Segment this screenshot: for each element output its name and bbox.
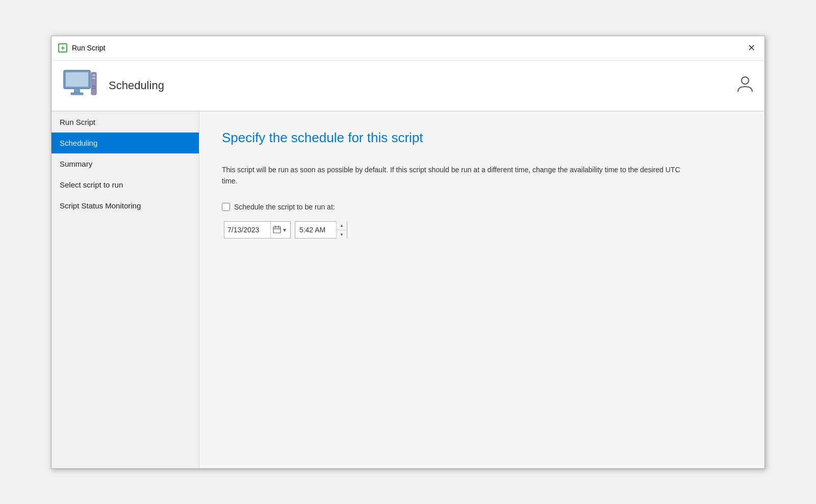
run-script-icon: + <box>58 43 68 53</box>
svg-rect-3 <box>71 93 83 95</box>
dropdown-arrow-icon: ▼ <box>282 227 287 233</box>
header-area: Scheduling <box>52 61 764 112</box>
svg-point-9 <box>742 77 749 84</box>
sidebar-item-script-status[interactable]: Script Status Monitoring <box>52 195 199 216</box>
computer-icon <box>62 67 98 104</box>
window-title: Run Script <box>72 44 105 52</box>
svg-rect-10 <box>273 227 280 233</box>
sidebar-item-run-script[interactable]: Run Script <box>52 112 199 132</box>
sidebar-item-select-script[interactable]: Select script to run <box>52 174 199 195</box>
main-content: Specify the schedule for this script Thi… <box>199 112 764 468</box>
sidebar-item-summary[interactable]: Summary <box>52 153 199 174</box>
svg-rect-8 <box>92 88 95 89</box>
header-title: Scheduling <box>109 79 164 92</box>
schedule-row: Schedule the script to be run at: <box>222 203 742 211</box>
time-value: 5:42 AM <box>299 226 334 234</box>
schedule-checkbox[interactable] <box>222 203 230 211</box>
date-time-row: 7/13/2023 ▼ <box>224 221 742 238</box>
title-bar: + Run Script ✕ <box>52 36 764 61</box>
content-area: Run Script Scheduling Summary Select scr… <box>52 112 764 468</box>
schedule-checkbox-label[interactable]: Schedule the script to be run at: <box>234 203 335 211</box>
svg-rect-2 <box>74 89 80 93</box>
time-spinner: ▲ ▼ <box>336 221 347 238</box>
description-text: This script will be run as soon as possi… <box>222 164 681 187</box>
sidebar: Run Script Scheduling Summary Select scr… <box>52 112 199 468</box>
title-bar-left: + Run Script <box>58 43 105 53</box>
time-decrement-button[interactable]: ▼ <box>337 230 347 239</box>
page-title: Specify the schedule for this script <box>222 130 742 146</box>
svg-rect-5 <box>92 74 95 76</box>
svg-rect-1 <box>66 72 88 87</box>
calendar-button[interactable]: ▼ <box>270 222 287 238</box>
person-icon <box>736 74 754 93</box>
window: + Run Script ✕ <box>51 36 765 469</box>
time-increment-button[interactable]: ▲ <box>337 221 347 230</box>
time-input-wrapper: 5:42 AM ▲ ▼ <box>295 221 347 238</box>
sidebar-item-scheduling[interactable]: Scheduling <box>52 132 199 153</box>
user-icon <box>736 74 754 96</box>
header-left: Scheduling <box>62 67 164 104</box>
svg-rect-7 <box>92 86 95 87</box>
plus-icon: + <box>61 44 65 51</box>
close-button[interactable]: ✕ <box>744 41 758 55</box>
svg-rect-6 <box>92 77 95 79</box>
schedule-checkbox-container: Schedule the script to be run at: <box>222 203 335 211</box>
date-value: 7/13/2023 <box>227 226 268 234</box>
date-input-wrapper: 7/13/2023 ▼ <box>224 221 291 238</box>
calendar-icon <box>273 225 281 235</box>
